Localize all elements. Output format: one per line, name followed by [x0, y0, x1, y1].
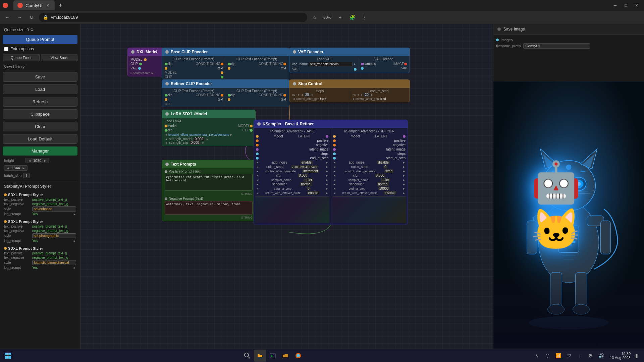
b-an-right[interactable]: ►	[326, 161, 329, 164]
styler2-log-btn[interactable]: ►	[73, 239, 76, 243]
negative-prompt-input[interactable]: watermark, text, signature, mirror, fram…	[165, 201, 253, 215]
view-history-btn[interactable]: View History	[3, 63, 77, 70]
settings-tray-icon[interactable]: ⚙	[586, 351, 595, 360]
positive-prompt-input[interactable]: cybernetic cat wears futuristic armor, i…	[165, 174, 253, 191]
sdxl-model-node[interactable]: DXL Model MODEL CLIP VAE	[127, 48, 164, 76]
r-an-right[interactable]: ►	[402, 161, 406, 164]
bookmark-btn[interactable]: ☆	[310, 13, 319, 22]
styler1-log-btn[interactable]: ►	[73, 213, 76, 216]
b-ctrl-left[interactable]: ◄	[256, 170, 259, 173]
vae-decoder-node[interactable]: VAE Decoder Load VAE vae_name ► VAE	[289, 48, 410, 73]
new-tab-btn[interactable]: +	[56, 1, 65, 10]
lora-name-right-btn[interactable]: ►	[230, 133, 233, 136]
close-btn[interactable]: ✕	[632, 1, 641, 10]
b-start-right[interactable]: ►	[326, 187, 329, 190]
save-btn[interactable]: Save	[3, 72, 77, 82]
ctrl-gen-right-btn[interactable]: ◄	[352, 97, 355, 101]
extra-options-checkbox[interactable]	[4, 47, 8, 51]
active-tab[interactable]: ComfyUI ✕	[13, 0, 55, 10]
updates-icon[interactable]: ↓	[575, 351, 584, 360]
forward-btn[interactable]: →	[15, 13, 24, 22]
end-decrease-btn[interactable]: ◄	[360, 93, 363, 97]
r-sch-right[interactable]: ►	[402, 183, 406, 186]
end-increase-btn[interactable]: ►	[371, 93, 374, 97]
extensions-btn[interactable]: 🧩	[347, 13, 357, 22]
load-btn[interactable]: Load	[3, 84, 77, 94]
r-sn-right[interactable]: ►	[402, 178, 406, 182]
steps-decrease-btn[interactable]: ◄	[300, 93, 303, 97]
taskbar-firefox[interactable]	[292, 350, 304, 362]
width-decrease-btn[interactable]: ◄	[6, 166, 10, 170]
address-bar[interactable]: 🔒 vm.local:8189	[39, 13, 307, 22]
b-cfg-right[interactable]: ►	[326, 174, 329, 177]
b-ns-right[interactable]: ►	[326, 165, 329, 169]
r-cfg-right[interactable]: ►	[402, 174, 406, 177]
height-increase-btn[interactable]: ►	[43, 159, 47, 163]
r-sch-left[interactable]: ◄	[333, 183, 336, 186]
width-increase-btn[interactable]: ►	[21, 166, 26, 170]
taskbar-clock[interactable]: 19:30 13 Aug 2023	[610, 352, 631, 360]
b-sn-right[interactable]: ►	[326, 178, 329, 182]
b-sn-left[interactable]: ◄	[256, 178, 259, 182]
bluetooth-icon[interactable]: ⬡	[543, 351, 552, 360]
sc-left-btn[interactable]: ◄	[165, 141, 168, 144]
sm-right-btn[interactable]: ►	[206, 137, 209, 141]
text-prompts-node[interactable]: Text Prompts Positive Prompt (Text) cybe…	[162, 160, 256, 221]
vae-name-input[interactable]	[309, 62, 353, 66]
step-control-node[interactable]: Step Control steps INT ● ◄ 25 ► ◄	[289, 79, 410, 102]
refiner-clip-node[interactable]: Refiner CLIP Encoder CLIP Text Encode (P…	[162, 79, 289, 107]
menu-btn[interactable]: ⋮	[360, 13, 369, 22]
b-an-left[interactable]: ◄	[256, 161, 259, 164]
r-cfg-left[interactable]: ◄	[333, 174, 336, 177]
b-ret-left[interactable]: ◄	[256, 191, 259, 195]
settings-icon[interactable]: ⚙	[30, 27, 34, 32]
sc-right-btn[interactable]: ►	[202, 141, 205, 144]
network-icon[interactable]: 📶	[553, 351, 563, 360]
b-start-left[interactable]: ◄	[256, 187, 259, 190]
b-sch-left[interactable]: ◄	[256, 183, 259, 186]
ksampler-node[interactable]: KSampler - Base & Refiner KSampler (Adva…	[254, 120, 408, 225]
r-end-left[interactable]: ◄	[333, 187, 336, 190]
taskbar-folder[interactable]	[279, 350, 291, 362]
clipspace-btn[interactable]: Clipspace	[3, 109, 77, 119]
tab-close-btn[interactable]: ✕	[45, 3, 51, 8]
r-ns-left[interactable]: ◄	[333, 165, 336, 169]
manager-btn[interactable]: Manager	[3, 146, 77, 156]
view-back-btn[interactable]: View Back	[41, 54, 78, 61]
sdxl-arrow-btn[interactable]: ►	[151, 71, 154, 75]
base-clip-encoder-node[interactable]: Base CLIP Encoder CLIP Text Encode (Prom…	[162, 48, 289, 81]
taskbar-files[interactable]	[254, 350, 266, 362]
sm-left-btn[interactable]: ◄	[165, 137, 168, 141]
load-default-btn[interactable]: Load Default	[3, 134, 77, 144]
height-decrease-btn[interactable]: ◄	[27, 159, 32, 163]
canvas-area[interactable]: DXL Model MODEL CLIP VAE	[80, 24, 493, 350]
queue-prompt-btn[interactable]: Queue Prompt	[3, 35, 77, 44]
b-ret-right[interactable]: ►	[326, 191, 329, 195]
r-ret-right[interactable]: ►	[402, 191, 406, 195]
windows-start-btn[interactable]	[3, 350, 13, 361]
lora-name-left-btn[interactable]: ◄	[165, 133, 168, 136]
taskbar-search[interactable]	[241, 350, 253, 362]
steps-increase-btn[interactable]: ►	[311, 93, 314, 97]
lora-node[interactable]: LoRA SDXL /Model Load LoRA model MODEL c…	[162, 110, 256, 146]
r-ctrl-right[interactable]: ►	[402, 170, 406, 173]
r-end-right[interactable]: ►	[402, 187, 406, 190]
filename-prefix-input[interactable]	[523, 43, 590, 49]
styler3-log-btn[interactable]: ►	[73, 266, 76, 269]
security-icon[interactable]: 🛡	[564, 351, 574, 360]
b-sch-right[interactable]: ►	[326, 183, 329, 186]
r-ctrl-left[interactable]: ◄	[333, 170, 336, 173]
zoom-in-btn[interactable]: +	[335, 13, 345, 22]
show-desktop-btn[interactable]: ▮	[632, 351, 641, 360]
volume-icon[interactable]: 🔊	[596, 351, 606, 360]
minimize-btn[interactable]: ─	[610, 1, 620, 10]
maximize-btn[interactable]: □	[621, 1, 631, 10]
b-ctrl-right[interactable]: ►	[326, 170, 329, 173]
ctrl-gen-left-btn[interactable]: ◄	[292, 97, 295, 101]
b-cfg-left[interactable]: ◄	[256, 174, 259, 177]
reload-btn[interactable]: ↻	[27, 13, 36, 22]
queue-front-btn[interactable]: Queue Front	[3, 54, 40, 61]
r-ns-right[interactable]: ►	[402, 165, 406, 169]
vae-name-btn[interactable]: ►	[354, 62, 357, 66]
refresh-btn[interactable]: Refresh	[3, 97, 77, 107]
